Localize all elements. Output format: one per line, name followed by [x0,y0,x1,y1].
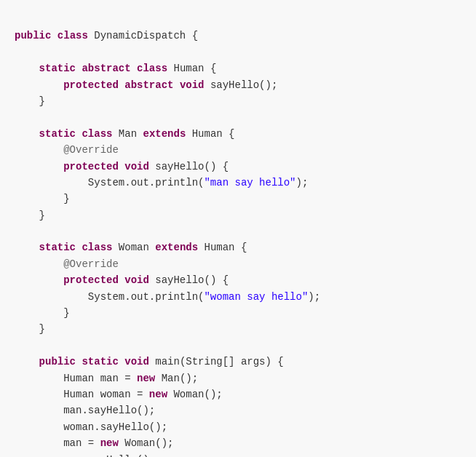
line-3: static abstract class Human { [15,63,216,74]
line-15: @Override [15,258,119,270]
line-10: System.out.println("man say hello"); [15,177,308,188]
code-container: public class DynamicDispatch { static ab… [0,0,476,457]
line-26: man = new Woman(); [15,437,173,449]
line-24: man.sayHello(); [15,405,155,416]
line-9: protected void sayHello() { [15,161,229,172]
line-5: } [15,95,45,107]
line-12: } [15,210,45,221]
line-7: static class Man extends Human { [15,128,235,140]
line-23: Human woman = new Woman(); [15,389,223,400]
line-4: protected abstract void sayHello(); [15,79,277,91]
line-1: public class DynamicDispatch { [15,30,198,41]
line-11: } [15,193,70,204]
line-22: Human man = new Man(); [15,373,198,384]
line-21: public static void main(String[] args) { [15,356,284,367]
line-16: protected void sayHello() { [15,274,229,286]
code-block: public class DynamicDispatch { static ab… [15,12,461,457]
line-19: } [15,323,45,335]
line-25: woman.sayHello(); [15,421,167,433]
line-27: man.sayHello(); [15,454,155,457]
line-17: System.out.println("woman say hello"); [15,291,320,303]
line-14: static class Woman extends Human { [15,242,247,253]
line-18: } [15,307,70,319]
line-8: @Override [15,144,119,156]
